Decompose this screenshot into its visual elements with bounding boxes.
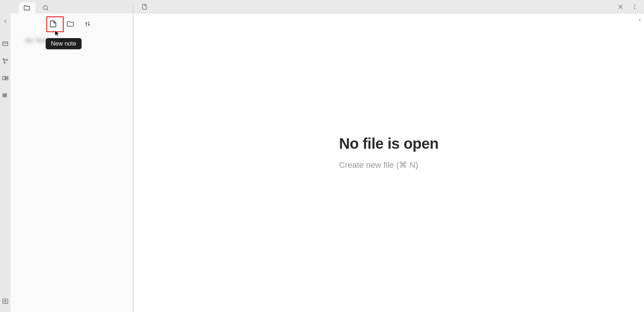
close-tab-button[interactable] — [616, 3, 625, 11]
svg-line-17 — [47, 9, 48, 10]
svg-rect-11 — [5, 94, 7, 95]
svg-rect-9 — [6, 78, 8, 80]
open-vault-icon[interactable] — [2, 298, 9, 305]
svg-point-3 — [6, 59, 8, 61]
svg-point-21 — [634, 6, 635, 7]
svg-point-4 — [4, 62, 6, 64]
file-explorer-sidebar: New note My Vault — [10, 0, 133, 312]
command-palette-icon[interactable] — [2, 92, 9, 99]
svg-point-22 — [634, 8, 635, 9]
search-tab[interactable] — [37, 2, 54, 13]
svg-rect-7 — [3, 77, 5, 80]
empty-state-title: No file is open — [339, 135, 439, 152]
tab-actions-right — [616, 0, 639, 13]
sidebar-action-row: New note — [10, 19, 133, 29]
svg-point-15 — [4, 300, 6, 302]
empty-tab[interactable] — [138, 1, 151, 12]
svg-rect-8 — [6, 77, 8, 78]
vault-name-label: My Vault — [25, 37, 70, 44]
sidebar-body: New note My Vault — [10, 13, 133, 312]
collapse-sidebar-icon[interactable] — [2, 18, 9, 25]
empty-state-subtitle[interactable]: Create new file (⌘ N) — [339, 160, 439, 170]
sort-button[interactable] — [82, 19, 93, 29]
expand-right-sidebar-icon[interactable] — [637, 17, 643, 22]
more-options-button[interactable] — [631, 3, 639, 11]
svg-rect-10 — [3, 94, 4, 95]
svg-rect-13 — [5, 96, 7, 97]
new-folder-button[interactable] — [65, 19, 76, 29]
svg-point-16 — [43, 6, 48, 10]
empty-state: No file is open Create new file (⌘ N) — [339, 135, 439, 170]
svg-rect-0 — [3, 42, 8, 46]
graph-view-icon[interactable] — [2, 58, 9, 64]
svg-line-6 — [4, 60, 4, 62]
svg-point-20 — [634, 4, 635, 5]
editor-tab-bar — [134, 0, 644, 13]
svg-rect-12 — [3, 96, 4, 97]
canvas-icon[interactable] — [2, 75, 9, 81]
sidebar-tab-strip — [10, 0, 133, 13]
files-tab[interactable] — [19, 2, 35, 13]
left-icon-rail — [0, 0, 10, 312]
quick-switcher-icon[interactable] — [2, 40, 9, 47]
editor-pane: No file is open Create new file (⌘ N) — [133, 0, 644, 312]
new-note-button[interactable] — [48, 19, 58, 29]
svg-rect-14 — [3, 299, 8, 303]
